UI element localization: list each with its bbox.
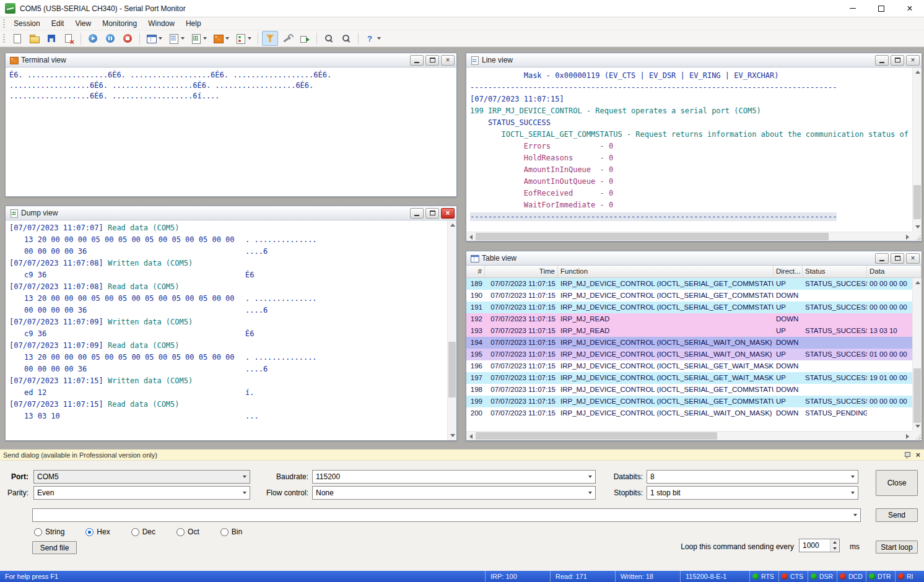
- table-row-192[interactable]: 19207/07/2023 11:07:15IRP_MJ_READDOWN: [466, 313, 912, 325]
- scroll-thumb[interactable]: [913, 368, 921, 423]
- menu-item-view[interactable]: View: [69, 17, 97, 30]
- export-button[interactable]: [297, 31, 313, 46]
- menu-item-monitoring[interactable]: Monitoring: [97, 17, 142, 30]
- table-row-198[interactable]: 19807/07/2023 11:07:15IRP_MJ_DEVICE_CONT…: [466, 384, 912, 396]
- scroll-right-arrow[interactable]: [903, 232, 912, 241]
- line-vertical-scrollbar[interactable]: [912, 67, 922, 232]
- table-view-titlebar[interactable]: Table view ×: [466, 251, 922, 266]
- column-header-direction[interactable]: Direct...: [774, 266, 803, 277]
- scroll-up-arrow[interactable]: [913, 67, 922, 77]
- terminal-view-toggle-button[interactable]: [211, 31, 232, 46]
- menu-item-window[interactable]: Window: [142, 17, 180, 30]
- command-input[interactable]: [32, 508, 861, 522]
- radio-circle-hex[interactable]: [85, 528, 94, 536]
- help-button[interactable]: [362, 31, 383, 46]
- menu-item-help[interactable]: Help: [180, 17, 207, 30]
- chevron-down-icon[interactable]: [850, 509, 860, 521]
- line-view-titlebar[interactable]: Line view ×: [466, 53, 922, 67]
- dump-view-content[interactable]: [07/07/2023 11:07:07] Read data (COM5)13…: [6, 220, 447, 440]
- line-view-content[interactable]: Mask - 0x00000119 (EV_CTS | EV_DSR | EV_…: [466, 67, 912, 232]
- terminal-maximize-button[interactable]: [425, 55, 439, 66]
- send-dialog-close-icon[interactable]: ×: [915, 451, 920, 459]
- column-header-data[interactable]: Data: [867, 266, 922, 277]
- scroll-up-arrow[interactable]: [913, 278, 922, 287]
- close-button[interactable]: Close: [876, 470, 918, 496]
- radio-option-hex[interactable]: Hex: [85, 528, 110, 536]
- table-row-195[interactable]: 19507/07/2023 11:07:15IRP_MJ_DEVICE_CONT…: [466, 349, 912, 360]
- scroll-down-arrow[interactable]: [913, 222, 922, 232]
- start-monitoring-button[interactable]: [85, 31, 101, 46]
- table-row-189[interactable]: 18907/07/2023 11:07:15IRP_MJ_DEVICE_CONT…: [466, 278, 912, 290]
- pause-monitoring-button[interactable]: [102, 31, 118, 46]
- scroll-thumb[interactable]: [448, 342, 456, 397]
- settings-button[interactable]: [279, 31, 295, 46]
- dump-minimize-button[interactable]: [410, 208, 424, 219]
- table-vertical-scrollbar[interactable]: [912, 278, 922, 431]
- start-loop-button[interactable]: Start loop: [876, 541, 918, 554]
- stepper-up-button[interactable]: [830, 539, 839, 545]
- table-minimize-button[interactable]: [875, 253, 889, 264]
- table-row-196[interactable]: 19607/07/2023 11:07:15IRP_MJ_DEVICE_CONT…: [466, 360, 912, 372]
- table-row-200[interactable]: 20007/07/2023 11:07:15IRP_MJ_DEVICE_CONT…: [466, 407, 912, 419]
- send-file-button[interactable]: Send file: [32, 541, 77, 554]
- scroll-thumb[interactable]: [913, 185, 921, 219]
- dump-view-titlebar[interactable]: Dump view ×: [6, 206, 456, 220]
- chevron-down-icon[interactable]: [847, 487, 858, 499]
- column-header-time[interactable]: Time: [485, 266, 558, 277]
- column-header-status[interactable]: Status: [803, 266, 867, 277]
- window-maximize-button[interactable]: [867, 0, 896, 17]
- loop-interval-stepper[interactable]: 1000: [799, 539, 840, 552]
- filter-button[interactable]: [262, 31, 278, 46]
- menu-item-session[interactable]: Session: [8, 17, 46, 30]
- open-session-button[interactable]: [26, 31, 42, 46]
- zoom-out-button[interactable]: [338, 31, 354, 46]
- dropdown-caret-icon[interactable]: [225, 37, 229, 40]
- scroll-thumb[interactable]: [476, 432, 717, 440]
- modem-lines-view-toggle-button[interactable]: [233, 31, 254, 46]
- scroll-down-arrow[interactable]: [448, 431, 456, 440]
- baudrate-combo[interactable]: 115200: [312, 470, 596, 484]
- radio-circle-bin[interactable]: [220, 528, 229, 536]
- table-horizontal-scrollbar[interactable]: [466, 431, 912, 440]
- radio-option-bin[interactable]: Bin: [220, 528, 242, 536]
- dump-view-toggle-button[interactable]: [188, 31, 209, 46]
- table-row-191[interactable]: 19107/07/2023 11:07:15IRP_MJ_DEVICE_CONT…: [466, 302, 912, 313]
- chevron-down-icon[interactable]: [847, 471, 858, 483]
- dropdown-caret-icon[interactable]: [377, 37, 381, 40]
- toolbar-grip[interactable]: [3, 34, 5, 43]
- table-row-197[interactable]: 19707/07/2023 11:07:15IRP_MJ_DEVICE_CONT…: [466, 372, 912, 384]
- dropdown-caret-icon[interactable]: [181, 37, 185, 40]
- dropdown-caret-icon[interactable]: [203, 37, 207, 40]
- stepper-down-button[interactable]: [830, 545, 839, 552]
- close-session-button[interactable]: [61, 31, 77, 46]
- dropdown-caret-icon[interactable]: [159, 37, 162, 40]
- radio-circle-string[interactable]: [34, 528, 42, 536]
- table-row-190[interactable]: 19007/07/2023 11:07:15IRP_MJ_DEVICE_CONT…: [466, 290, 912, 302]
- dump-maximize-button[interactable]: [425, 208, 439, 219]
- line-horizontal-scrollbar[interactable]: [466, 232, 912, 241]
- radio-option-dec[interactable]: Dec: [131, 528, 155, 536]
- new-session-button[interactable]: [9, 31, 25, 46]
- scroll-down-arrow[interactable]: [913, 422, 922, 431]
- window-close-button[interactable]: ×: [896, 0, 924, 17]
- table-row-199[interactable]: 19907/07/2023 11:07:15IRP_MJ_DEVICE_CONT…: [466, 396, 912, 407]
- resize-grip[interactable]: [912, 431, 922, 440]
- parity-combo[interactable]: Even: [33, 486, 250, 500]
- dropdown-caret-icon[interactable]: [248, 37, 251, 40]
- dump-vertical-scrollbar[interactable]: [447, 220, 456, 440]
- table-row-194[interactable]: 19407/07/2023 11:07:15IRP_MJ_DEVICE_CONT…: [466, 337, 912, 349]
- radio-circle-oct[interactable]: [177, 528, 185, 536]
- stopbits-combo[interactable]: 1 stop bit: [647, 486, 858, 500]
- scroll-right-arrow[interactable]: [903, 432, 912, 440]
- flow-control-combo[interactable]: None: [312, 486, 596, 500]
- table-close-button[interactable]: ×: [906, 253, 920, 264]
- line-minimize-button[interactable]: [875, 55, 889, 66]
- scroll-up-arrow[interactable]: [448, 220, 456, 230]
- send-button[interactable]: Send: [876, 508, 918, 522]
- port-combo[interactable]: COM5: [33, 470, 250, 484]
- zoom-in-button[interactable]: [321, 31, 337, 46]
- radio-option-oct[interactable]: Oct: [177, 528, 199, 536]
- save-session-button[interactable]: [43, 31, 59, 46]
- resize-grip[interactable]: [912, 232, 922, 241]
- terminal-view-titlebar[interactable]: Terminal view ×: [6, 53, 456, 67]
